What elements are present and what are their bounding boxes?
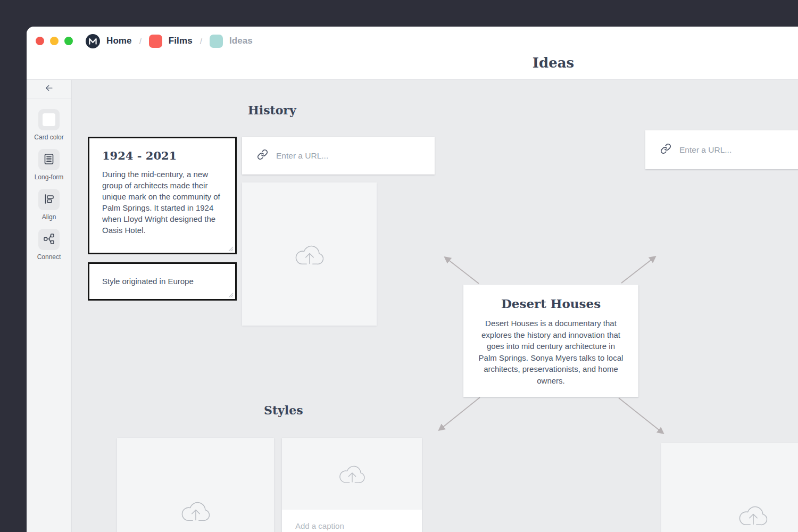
caption-input-placeholder[interactable]: Add a caption: [282, 510, 422, 532]
tool-list: Card color: [34, 98, 63, 261]
image-upload-dropzone[interactable]: [661, 443, 798, 532]
tool-label: Long-form: [35, 173, 64, 181]
breadcrumb-item-ideas: Ideas: [210, 35, 253, 48]
breadcrumb-item-home[interactable]: Home: [86, 34, 132, 48]
align-button[interactable]: [38, 189, 60, 210]
tool-connect: Connect: [37, 229, 61, 261]
upload-cloud-icon: [179, 496, 212, 525]
breadcrumb-separator: /: [139, 37, 142, 46]
tool-label: Connect: [37, 253, 61, 261]
desert-card-body: Desert Houses is a documentary that expl…: [478, 318, 624, 386]
image-card-with-caption[interactable]: Add a caption: [282, 438, 422, 532]
tool-sidebar: Card color: [27, 80, 72, 532]
url-card[interactable]: Enter a URL...: [242, 137, 435, 174]
long-form-document-icon: [43, 153, 55, 167]
breadcrumb: Home / Films / Ideas: [36, 34, 253, 48]
minimize-window-button[interactable]: [50, 37, 59, 45]
arrow-left-icon: [44, 83, 54, 95]
resize-handle[interactable]: [227, 244, 234, 251]
close-window-button[interactable]: [36, 37, 44, 45]
connect-button[interactable]: [38, 229, 60, 250]
board-canvas[interactable]: History Styles 1924 - 2021 During the mi…: [72, 80, 798, 532]
url-card[interactable]: Enter a URL...: [645, 130, 798, 169]
zoom-window-button[interactable]: [64, 37, 73, 45]
long-form-button[interactable]: [38, 149, 60, 170]
milanote-logo-icon: [86, 34, 100, 48]
board-icon-red: [149, 35, 162, 48]
image-upload-dropzone[interactable]: [242, 182, 377, 326]
upload-cloud-icon: [737, 501, 770, 529]
collapse-sidebar-button[interactable]: [27, 80, 71, 98]
tool-label: Card color: [34, 134, 63, 141]
board-icon-teal: [210, 35, 223, 48]
tool-card-color: Card color: [34, 109, 63, 141]
note-card-title: 1924 - 2021: [102, 149, 222, 162]
note-card-body: During the mid-century, a new group of a…: [102, 169, 222, 236]
card-color-button[interactable]: [38, 109, 60, 130]
link-icon: [257, 149, 268, 162]
breadcrumb-item-films[interactable]: Films: [149, 35, 193, 48]
section-heading-history[interactable]: History: [248, 103, 296, 117]
tool-long-form: Long-form: [35, 149, 64, 181]
image-upload-dropzone[interactable]: [282, 438, 422, 510]
desert-houses-card[interactable]: Desert Houses Desert Houses is a documen…: [463, 285, 638, 397]
note-card-body: Style originated in Europe: [102, 276, 222, 287]
breadcrumb-label: Home: [106, 36, 132, 46]
window-content: Card color: [27, 80, 798, 532]
desktop-background: Home / Films / Ideas Ideas: [0, 0, 798, 532]
app-header: Home / Films / Ideas Ideas: [27, 27, 798, 80]
url-input-placeholder: Enter a URL...: [276, 151, 328, 161]
upload-cloud-icon: [337, 461, 367, 487]
link-icon: [660, 143, 671, 156]
window-controls: [36, 37, 73, 45]
section-heading-styles[interactable]: Styles: [264, 403, 303, 417]
board-title: Ideas: [533, 55, 574, 71]
breadcrumb-label: Ideas: [229, 36, 253, 46]
card-color-swatch-icon: [43, 113, 55, 126]
image-upload-dropzone[interactable]: [117, 438, 274, 532]
upload-cloud-icon: [293, 240, 326, 269]
breadcrumb-separator: /: [200, 37, 202, 46]
app-window: Home / Films / Ideas Ideas: [27, 27, 798, 532]
desert-card-title: Desert Houses: [478, 296, 624, 311]
breadcrumb-label: Films: [169, 36, 193, 46]
tool-align: Align: [38, 189, 60, 221]
resize-handle[interactable]: [227, 290, 234, 297]
url-input-placeholder: Enter a URL...: [679, 145, 732, 155]
connect-nodes-icon: [43, 232, 55, 247]
note-card-style-origin[interactable]: Style originated in Europe: [88, 262, 237, 301]
note-card-1924-2021[interactable]: 1924 - 2021 During the mid-century, a ne…: [88, 137, 237, 254]
align-icon: [43, 193, 55, 207]
tool-label: Align: [42, 213, 56, 221]
